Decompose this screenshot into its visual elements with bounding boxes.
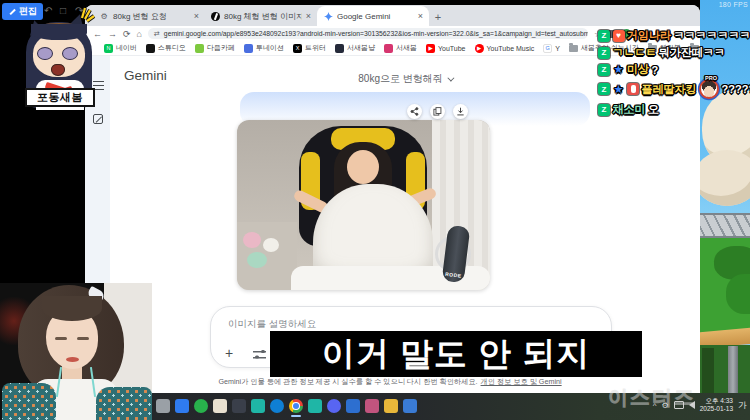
gemini-favicon-icon [323, 11, 333, 21]
bookmark-channel[interactable]: 서새봄냥 [335, 43, 375, 53]
chevron-down-icon [447, 75, 454, 82]
chat-nickname: ㄱㄴㄷㅌ [613, 45, 657, 60]
bookmark-label: 투네이션 [256, 43, 284, 53]
app-icon[interactable] [232, 399, 246, 413]
chat-message: Z ㄱㄴㄷㅌ 뭐가잔떼ㅋㅋ [598, 45, 725, 60]
screen: 180 FPS ⚙ 80kg 변형 요청 × 80kg 체형 변형 이미지 - … [0, 0, 750, 420]
star-badge-icon: ★ [613, 83, 625, 95]
heart-badge-icon: ♥ [613, 30, 625, 42]
bookmark-label: YouTube [438, 45, 466, 52]
tab-close-icon[interactable]: × [306, 11, 311, 21]
generated-image[interactable]: RODE [237, 120, 490, 290]
shape-icon[interactable]: □ [60, 5, 66, 16]
undo-icon[interactable]: ↶ [44, 5, 52, 16]
mic-brand-label: RODE [445, 271, 462, 279]
chat-nickname: 채소미 [613, 102, 646, 117]
bottle-badge-icon [627, 83, 639, 95]
bookmark-studio[interactable]: 스튜디오 [146, 43, 186, 53]
streamer-eye [77, 337, 89, 340]
app-icon[interactable] [365, 399, 379, 413]
app-icon[interactable] [175, 399, 189, 413]
watermark: 이스터즈 [608, 384, 696, 411]
tools-icon[interactable] [253, 350, 266, 359]
privacy-link[interactable]: 개인 정보 보호 및 Gemini [481, 377, 562, 386]
chat-nickname: 플레딸자킹 [642, 82, 697, 97]
edit-button-label: 편집 [19, 5, 37, 18]
photo-shelf [237, 222, 297, 290]
tab-google-gemini[interactable]: Google Gemini × [317, 6, 429, 26]
bookmark-google[interactable]: GY [543, 44, 560, 53]
app-icon[interactable] [251, 399, 265, 413]
bookmark-label: 네이버 [116, 43, 137, 53]
character-mouth [51, 64, 65, 76]
app-icon[interactable] [194, 399, 208, 413]
bookmark-label: 스튜디오 [158, 43, 186, 53]
conversation-title-dropdown[interactable]: 80kg으로 변형해줘 [295, 72, 515, 86]
chat-text: 오 [648, 102, 659, 117]
tab-close-icon[interactable]: × [194, 11, 199, 21]
bookmark-toonation[interactable]: 투네이션 [244, 43, 284, 53]
naver-favicon-icon: N [104, 44, 113, 53]
streamer-emote: PRO [699, 79, 719, 99]
reload-icon[interactable]: ⟳ [123, 29, 131, 39]
toonation-favicon-icon [244, 44, 253, 53]
tab-strip: ⚙ 80kg 변형 요청 × 80kg 체형 변형 이미지 - Grok × G… [85, 5, 700, 26]
app-icon[interactable] [213, 399, 227, 413]
bookmark-label: YouTube Music [487, 45, 535, 52]
character-name-tag: 포동새봄 [25, 88, 95, 107]
chat-message: Z 채소미 오 [598, 102, 659, 117]
photo-plush [243, 232, 261, 248]
copy-button[interactable] [430, 104, 445, 119]
subscriber-badge-icon: Z [598, 104, 610, 116]
edge-icon[interactable] [270, 399, 284, 413]
folder-app-icon[interactable] [384, 399, 398, 413]
channel-favicon-icon [335, 44, 344, 53]
game-tree [726, 274, 750, 314]
subscriber-badge-icon: Z [598, 83, 610, 95]
streamer-vest [96, 387, 152, 420]
redo-icon[interactable]: ↷ [75, 5, 83, 16]
bookmark-label: 다음카페 [207, 43, 235, 53]
studio-favicon-icon [146, 44, 155, 53]
chrome-icon[interactable] [289, 399, 303, 413]
bookmark-youtube-music[interactable]: ▶YouTube Music [475, 44, 535, 53]
app-icon[interactable] [346, 399, 360, 413]
app-icon[interactable] [156, 399, 170, 413]
discord-icon[interactable] [327, 399, 341, 413]
chat-nickname: 미상 [627, 62, 649, 77]
streamer-vest [2, 383, 56, 420]
add-attachment-icon[interactable]: + [225, 345, 233, 361]
fps-counter: 180 FPS [719, 1, 748, 8]
tab-80kg-request[interactable]: ⚙ 80kg 변형 요청 × [93, 6, 205, 26]
bookmark-naver[interactable]: N네이버 [104, 43, 137, 53]
url-bar[interactable]: ⇄ gemini.google.com/app/e8953e248092c193… [148, 28, 588, 39]
stream-chat: Z ♥ 거임나라 ㅋㅋㅋㅋㅋㅋㅋㅋㅋㅋ Z ㄱㄴㄷㅌ 뭐가잔떼ㅋㅋ Z ★ 미상… [598, 26, 750, 121]
download-button[interactable] [453, 104, 468, 119]
bookmark-twitter[interactable]: X트위터 [293, 43, 326, 53]
conversation-title: 80kg으로 변형해줘 [358, 73, 442, 84]
emote-pro-label: PRO [705, 75, 717, 81]
chat-text: 뭐가잔떼ㅋㅋ [659, 45, 725, 60]
ime-indicator[interactable]: 가 [738, 399, 747, 412]
tab-close-icon[interactable]: × [418, 11, 423, 21]
tune-icon[interactable]: ⇄ [154, 30, 160, 38]
twitter-favicon-icon: X [293, 44, 302, 53]
app-icon[interactable] [308, 399, 322, 413]
new-tab-button[interactable]: + [429, 8, 447, 26]
subtitle-text: 이거 말도 안 되지 [322, 332, 591, 377]
bookmark-label: 서새봄 [396, 43, 417, 53]
home-icon[interactable]: ⌂ [137, 29, 142, 39]
subtitle-overlay: 이거 말도 안 되지 [270, 331, 642, 377]
gemini-logo: Gemini [124, 68, 167, 83]
tab-grok[interactable]: 80kg 체형 변형 이미지 - Grok × [205, 6, 317, 26]
new-chat-icon[interactable] [93, 114, 103, 124]
share-button[interactable] [407, 104, 422, 119]
chat-text: ????? [722, 83, 750, 95]
bookmark-cafe[interactable]: 다음카페 [195, 43, 235, 53]
edit-button[interactable]: 편집 [2, 3, 43, 20]
app-icon[interactable] [403, 399, 417, 413]
bookmark-youtube[interactable]: ▶YouTube [426, 44, 466, 53]
bookmark-instagram[interactable]: 서새봄 [384, 43, 417, 53]
forward-icon[interactable]: → [108, 29, 117, 39]
clock[interactable]: 오후 4:33 2025-01-13 [700, 397, 733, 413]
